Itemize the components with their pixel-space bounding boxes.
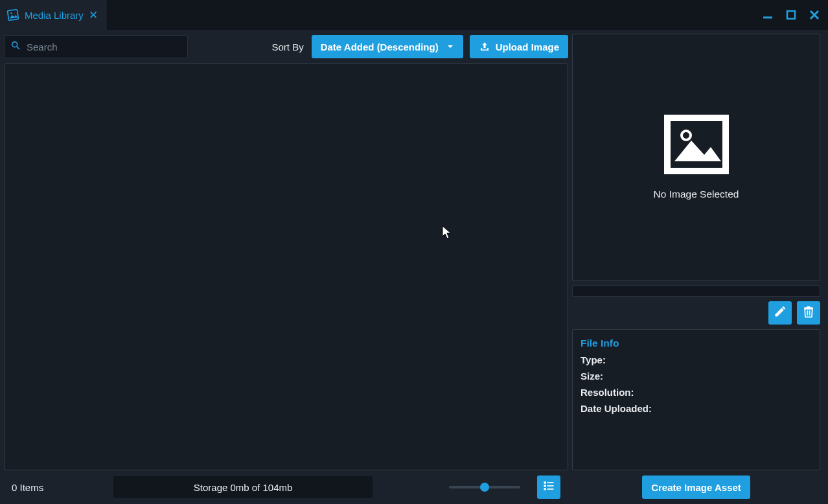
upload-icon <box>479 41 490 52</box>
svg-rect-13 <box>547 488 554 490</box>
action-row <box>572 301 820 325</box>
storage-text: Storage 0mb of 104mb <box>194 482 293 493</box>
list-icon <box>542 479 555 495</box>
svg-point-6 <box>12 42 17 47</box>
close-window-button[interactable] <box>807 8 822 22</box>
svg-rect-0 <box>8 10 19 21</box>
file-size-label: Size: <box>581 371 603 382</box>
tab-media-library[interactable]: Media Library ✕ <box>0 0 108 30</box>
left-column: Sort By Date Added (Descending) Upload I… <box>4 34 568 500</box>
media-grid[interactable] <box>4 63 568 470</box>
file-size-row: Size: <box>581 371 812 382</box>
pencil-icon <box>774 305 787 321</box>
maximize-button[interactable] <box>784 8 798 22</box>
thumbnail-size-slider[interactable] <box>449 486 520 488</box>
svg-point-1 <box>10 12 12 14</box>
svg-rect-11 <box>547 485 554 487</box>
preview-panel: No Image Selected <box>572 34 820 281</box>
storage-status: Storage 0mb of 104mb <box>113 476 373 498</box>
titlebar: Media Library ✕ <box>0 0 828 30</box>
list-view-button[interactable] <box>537 475 560 499</box>
items-count: 0 Items <box>12 482 43 493</box>
sort-dropdown[interactable]: Date Added (Descending) <box>312 35 463 58</box>
file-info-panel: File Info Type: Size: Resolution: Date U… <box>572 329 820 470</box>
media-library-icon <box>6 8 19 21</box>
sort-value: Date Added (Descending) <box>321 41 439 52</box>
chevron-down-icon <box>446 43 454 51</box>
svg-rect-20 <box>807 306 811 308</box>
svg-rect-9 <box>547 482 554 483</box>
slider-thumb[interactable] <box>480 483 489 492</box>
app-body: Sort By Date Added (Descending) Upload I… <box>0 30 828 504</box>
svg-rect-8 <box>544 481 546 483</box>
image-name-field[interactable] <box>572 285 820 297</box>
svg-rect-12 <box>544 488 546 490</box>
sort-by-label: Sort By <box>271 41 303 52</box>
file-type-row: Type: <box>581 354 812 365</box>
file-type-label: Type: <box>581 354 606 365</box>
no-image-selected-label: No Image Selected <box>654 189 739 200</box>
upload-image-button[interactable]: Upload Image <box>470 35 568 58</box>
file-info-heading: File Info <box>581 338 812 349</box>
file-resolution-row: Resolution: <box>581 387 812 398</box>
edit-button[interactable] <box>768 301 792 325</box>
create-image-asset-button[interactable]: Create Image Asset <box>642 475 750 499</box>
file-date-label: Date Uploaded: <box>581 403 652 414</box>
search-input[interactable] <box>4 35 188 58</box>
file-resolution-label: Resolution: <box>581 387 634 398</box>
svg-line-7 <box>17 47 19 49</box>
toolbar: Sort By Date Added (Descending) Upload I… <box>4 34 568 60</box>
svg-rect-10 <box>544 485 546 487</box>
svg-rect-3 <box>787 11 795 19</box>
right-column: No Image Selected <box>572 34 820 500</box>
create-asset-label: Create Image Asset <box>651 482 741 493</box>
trash-icon <box>802 305 815 321</box>
image-placeholder-icon <box>664 115 729 177</box>
minimize-button[interactable] <box>761 8 775 22</box>
search-wrap <box>4 35 188 58</box>
upload-label: Upload Image <box>496 41 559 52</box>
footer: 0 Items Storage 0mb of 104mb <box>4 474 568 500</box>
tab-title: Media Library <box>25 10 84 21</box>
bottom-row: Create Image Asset <box>572 474 820 500</box>
close-tab-icon[interactable]: ✕ <box>89 10 98 21</box>
search-icon <box>10 40 21 53</box>
delete-button[interactable] <box>797 301 820 325</box>
window-controls <box>761 8 822 22</box>
file-date-row: Date Uploaded: <box>581 403 812 414</box>
